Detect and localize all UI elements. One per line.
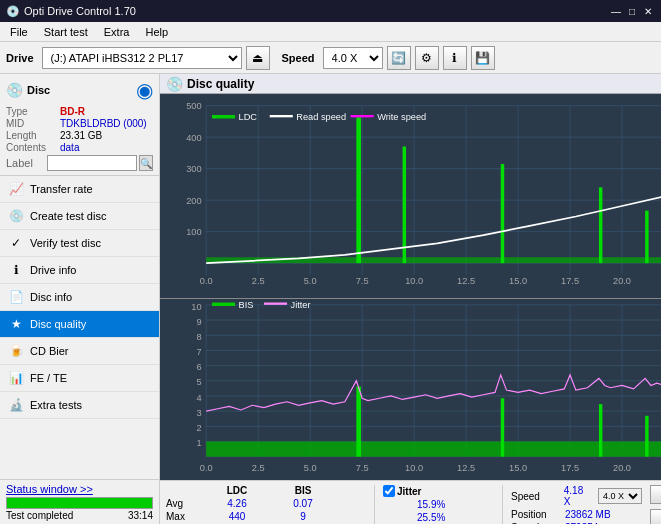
- menu-extra[interactable]: Extra: [98, 24, 136, 40]
- speed-stat-select[interactable]: 4.0 X: [598, 488, 642, 504]
- svg-text:7.5: 7.5: [356, 276, 369, 286]
- maximize-button[interactable]: □: [625, 4, 639, 18]
- verify-test-disc-icon: ✓: [8, 235, 24, 251]
- toolbar: Drive (J:) ATAPI iHBS312 2 PL17 ⏏ Speed …: [0, 42, 661, 74]
- disc-logo: ◉: [136, 78, 153, 102]
- start-full-button[interactable]: Start full: [650, 485, 661, 504]
- minimize-button[interactable]: —: [609, 4, 623, 18]
- disc-label-button[interactable]: 🔍: [139, 155, 153, 171]
- svg-text:12.5: 12.5: [457, 276, 475, 286]
- lower-chart-svg: 10 9 8 7 6 5 4 3 2 1 40% 32% 24% 16% 8% …: [160, 299, 661, 480]
- disc-type-value: BD-R: [60, 106, 153, 117]
- svg-text:8: 8: [196, 332, 201, 342]
- avg-bis: 0.07: [278, 498, 328, 509]
- disc-mid-row: MID TDKBLDRBD (000): [6, 118, 153, 129]
- svg-text:5.0: 5.0: [304, 276, 317, 286]
- svg-text:20.0: 20.0: [613, 463, 631, 473]
- svg-rect-47: [599, 187, 602, 263]
- svg-text:9: 9: [196, 317, 201, 327]
- svg-text:200: 200: [186, 196, 201, 206]
- svg-rect-48: [645, 211, 648, 263]
- svg-rect-110: [356, 387, 361, 457]
- nav-disc-quality[interactable]: ★ Disc quality: [0, 311, 159, 338]
- stats-section: LDC BIS Avg 4.26 0.07 Max 440 9 Total: [160, 480, 661, 524]
- svg-text:500: 500: [186, 101, 201, 111]
- max-bis: 9: [278, 511, 328, 522]
- save-button[interactable]: 💾: [471, 46, 495, 70]
- menu-help[interactable]: Help: [139, 24, 174, 40]
- svg-text:0.0: 0.0: [200, 276, 213, 286]
- lower-chart: 10 9 8 7 6 5 4 3 2 1 40% 32% 24% 16% 8% …: [160, 299, 661, 480]
- disc-header: 💿 Disc ◉: [6, 78, 153, 102]
- extra-tests-icon: 🔬: [8, 397, 24, 413]
- avg-label: Avg: [166, 498, 196, 509]
- refresh-button[interactable]: 🔄: [387, 46, 411, 70]
- disc-contents-row: Contents data: [6, 142, 153, 153]
- upper-chart-svg: 500 400 300 200 100 18X 16X 14X 12X 10X …: [160, 94, 661, 298]
- svg-text:2.5: 2.5: [252, 463, 265, 473]
- svg-text:7.5: 7.5: [356, 463, 369, 473]
- svg-rect-46: [501, 164, 504, 263]
- settings-button[interactable]: ⚙: [415, 46, 439, 70]
- disc-contents-label: Contents: [6, 142, 58, 153]
- disc-mid-value: TDKBLDRBD (000): [60, 118, 153, 129]
- start-part-button[interactable]: Start part: [650, 509, 661, 524]
- svg-rect-107: [264, 303, 287, 305]
- bis-header: BIS: [278, 485, 328, 496]
- menu-file[interactable]: File: [4, 24, 34, 40]
- svg-text:2.5: 2.5: [252, 276, 265, 286]
- chart-header: 💿 Disc quality: [160, 74, 661, 94]
- nav-create-test-disc[interactable]: 💿 Create test disc: [0, 203, 159, 230]
- svg-rect-50: [212, 115, 235, 118]
- disc-length-value: 23.31 GB: [60, 130, 153, 141]
- nav-transfer-rate-label: Transfer rate: [30, 183, 93, 195]
- eject-button[interactable]: ⏏: [246, 46, 270, 70]
- nav-fe-te[interactable]: 📊 FE / TE: [0, 365, 159, 392]
- status-time: 33:14: [128, 510, 153, 521]
- nav-disc-quality-label: Disc quality: [30, 318, 86, 330]
- disc-label-row: Label 🔍: [6, 155, 153, 171]
- svg-rect-52: [270, 115, 293, 117]
- jitter-checkbox[interactable]: [383, 485, 395, 497]
- status-window-link[interactable]: Status window >>: [6, 483, 93, 495]
- max-label: Max: [166, 511, 196, 522]
- titlebar: 💿 Opti Drive Control 1.70 — □ ✕: [0, 0, 661, 22]
- svg-text:LDC: LDC: [239, 112, 258, 122]
- info-button[interactable]: ℹ: [443, 46, 467, 70]
- svg-text:1: 1: [196, 438, 201, 448]
- upper-chart: 500 400 300 200 100 18X 16X 14X 12X 10X …: [160, 94, 661, 299]
- speed-stat-value: 4.18 X: [564, 485, 592, 507]
- max-jitter: 25.5%: [417, 512, 445, 523]
- disc-icon: 💿: [6, 82, 23, 98]
- disc-label-label: Label: [6, 157, 45, 169]
- svg-text:Read speed: Read speed: [296, 112, 346, 122]
- nav-drive-info[interactable]: ℹ Drive info: [0, 257, 159, 284]
- disc-label-input[interactable]: [47, 155, 137, 171]
- nav-verify-test-disc[interactable]: ✓ Verify test disc: [0, 230, 159, 257]
- app-icon: 💿: [6, 5, 20, 18]
- nav-transfer-rate[interactable]: 📈 Transfer rate: [0, 176, 159, 203]
- disc-length-row: Length 23.31 GB: [6, 130, 153, 141]
- main-layout: 💿 Disc ◉ Type BD-R MID TDKBLDRBD (000) L…: [0, 74, 661, 524]
- drive-select[interactable]: (J:) ATAPI iHBS312 2 PL17: [42, 47, 242, 69]
- progress-bar-container: [6, 497, 153, 509]
- close-button[interactable]: ✕: [641, 4, 655, 18]
- speed-select[interactable]: 4.0 X: [323, 47, 383, 69]
- right-panel: 💿 Disc quality: [160, 74, 661, 524]
- nav-extra-tests[interactable]: 🔬 Extra tests: [0, 392, 159, 419]
- svg-text:20.0: 20.0: [613, 276, 631, 286]
- drive-label: Drive: [6, 52, 34, 64]
- avg-ldc: 4.26: [212, 498, 262, 509]
- cd-bier-icon: 🍺: [8, 343, 24, 359]
- fe-te-icon: 📊: [8, 370, 24, 386]
- svg-rect-54: [351, 115, 374, 117]
- menu-start-test[interactable]: Start test: [38, 24, 94, 40]
- nav-disc-info[interactable]: 📄 Disc info: [0, 284, 159, 311]
- svg-rect-109: [206, 442, 661, 457]
- position-value: 23862 MB: [565, 509, 611, 520]
- nav-cd-bier[interactable]: 🍺 CD Bier: [0, 338, 159, 365]
- svg-text:17.5: 17.5: [561, 276, 579, 286]
- svg-text:17.5: 17.5: [561, 463, 579, 473]
- progress-bar: [7, 498, 152, 508]
- svg-text:15.0: 15.0: [509, 463, 527, 473]
